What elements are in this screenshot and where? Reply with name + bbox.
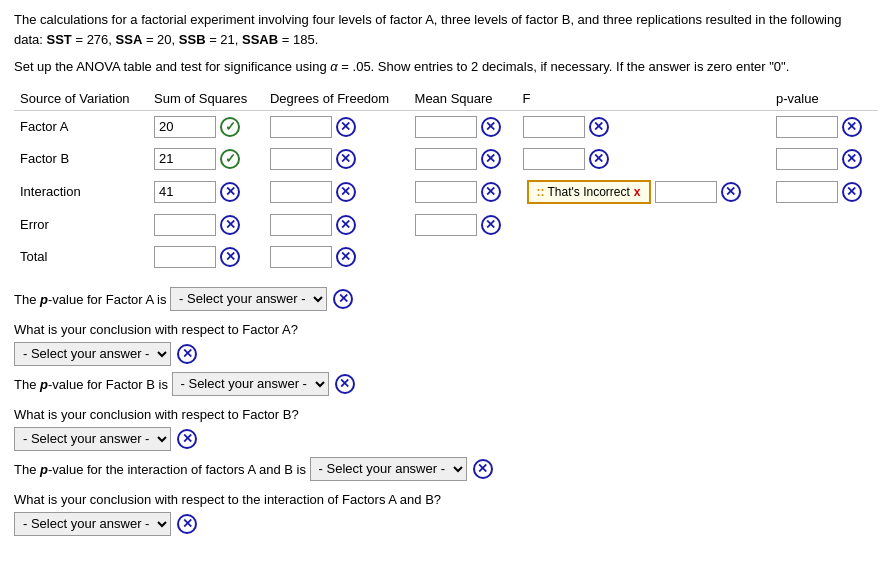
q3-section: The p-value for the interaction of facto… xyxy=(14,457,878,536)
p-0: ✕ xyxy=(770,110,878,143)
q1-select[interactable]: - Select your answer - xyxy=(170,287,327,311)
df-0: ✕ xyxy=(264,110,409,143)
ms-2: ✕ xyxy=(409,175,517,209)
instruction-text: Set up the ANOVA table and test for sign… xyxy=(14,57,878,77)
table-row: Factor B✓✕✕✕✕ xyxy=(14,143,878,175)
p-2: ✕ xyxy=(770,175,878,209)
ss-3: ✕ xyxy=(148,209,264,241)
anova-table: Source of Variation Sum of Squares Degre… xyxy=(14,87,878,273)
df-3: ✕ xyxy=(264,209,409,241)
f-4 xyxy=(517,241,770,273)
ms-1: ✕ xyxy=(409,143,517,175)
intro-math: data: SST = 276, SSA = 20, SSB = 21, SSA… xyxy=(14,32,318,47)
df-3-x-icon[interactable]: ✕ xyxy=(336,215,356,235)
f-0-x-icon[interactable]: ✕ xyxy=(589,117,609,137)
df-2-input[interactable] xyxy=(270,181,332,203)
df-1-x-icon[interactable]: ✕ xyxy=(336,149,356,169)
col-header-p: p-value xyxy=(770,87,878,111)
df-0-x-icon[interactable]: ✕ xyxy=(336,117,356,137)
p-0-input[interactable] xyxy=(776,116,838,138)
q3-clear-icon[interactable]: ✕ xyxy=(473,459,493,479)
ss-1-check-icon: ✓ xyxy=(220,149,240,169)
ms-4 xyxy=(409,241,517,273)
q1-clear-icon[interactable]: ✕ xyxy=(333,289,353,309)
q2-text: The p-value for Factor B is - Select you… xyxy=(14,372,878,402)
row-label-factora: Factor A xyxy=(14,110,148,143)
ss-4-x-icon[interactable]: ✕ xyxy=(220,247,240,267)
table-row: Total✕✕ xyxy=(14,241,878,273)
ss-2: ✕ xyxy=(148,175,264,209)
p-1-input[interactable] xyxy=(776,148,838,170)
p-0-x-icon[interactable]: ✕ xyxy=(842,117,862,137)
f-2-x-icon[interactable]: ✕ xyxy=(721,182,741,202)
row-label-total: Total xyxy=(14,241,148,273)
ms-0-input[interactable] xyxy=(415,116,477,138)
p-4 xyxy=(770,241,878,273)
table-row: Factor A✓✕✕✕✕ xyxy=(14,110,878,143)
ss-1-input[interactable] xyxy=(154,148,216,170)
df-4-x-icon[interactable]: ✕ xyxy=(336,247,356,267)
q3-followup-clear-icon[interactable]: ✕ xyxy=(177,514,197,534)
q3-text: The p-value for the interaction of facto… xyxy=(14,457,878,487)
table-row: Error✕✕✕ xyxy=(14,209,878,241)
ms-1-input[interactable] xyxy=(415,148,477,170)
ss-3-x-icon[interactable]: ✕ xyxy=(220,215,240,235)
ms-0: ✕ xyxy=(409,110,517,143)
q1-followup-select[interactable]: - Select your answer - xyxy=(14,342,171,366)
q2-followup: What is your conclusion with respect to … xyxy=(14,407,878,422)
f-1-x-icon[interactable]: ✕ xyxy=(589,149,609,169)
row-label-interaction: Interaction xyxy=(14,175,148,209)
df-3-input[interactable] xyxy=(270,214,332,236)
ms-3-x-icon[interactable]: ✕ xyxy=(481,215,501,235)
row-label-factorb: Factor B xyxy=(14,143,148,175)
ms-1-x-icon[interactable]: ✕ xyxy=(481,149,501,169)
ms-3: ✕ xyxy=(409,209,517,241)
q3-followup-select-row: - Select your answer - ✕ xyxy=(14,512,878,536)
q2-clear-icon[interactable]: ✕ xyxy=(335,374,355,394)
tooltip-box: ::That's Incorrectx xyxy=(527,180,651,204)
ss-4-input[interactable] xyxy=(154,246,216,268)
ss-2-x-icon[interactable]: ✕ xyxy=(220,182,240,202)
ss-1: ✓ xyxy=(148,143,264,175)
f-3 xyxy=(517,209,770,241)
ms-2-input[interactable] xyxy=(415,181,477,203)
f-2: ::That's Incorrectx✕ xyxy=(517,175,770,209)
df-1-input[interactable] xyxy=(270,148,332,170)
q2-section: The p-value for Factor B is - Select you… xyxy=(14,372,878,451)
col-header-df: Degrees of Freedom xyxy=(264,87,409,111)
q1-text: The p-value for Factor A is - Select you… xyxy=(14,287,878,317)
q2-followup-select[interactable]: - Select your answer - xyxy=(14,427,171,451)
q3-select[interactable]: - Select your answer - xyxy=(310,457,467,481)
df-2-x-icon[interactable]: ✕ xyxy=(336,182,356,202)
q2-select[interactable]: - Select your answer - xyxy=(172,372,329,396)
q2-followup-clear-icon[interactable]: ✕ xyxy=(177,429,197,449)
col-header-f: F xyxy=(517,87,770,111)
p-2-input[interactable] xyxy=(776,181,838,203)
q1-followup-select-row: - Select your answer - ✕ xyxy=(14,342,878,366)
f-0-input[interactable] xyxy=(523,116,585,138)
p-1-x-icon[interactable]: ✕ xyxy=(842,149,862,169)
f-2-input[interactable] xyxy=(655,181,717,203)
q1-followup: What is your conclusion with respect to … xyxy=(14,322,878,337)
intro-line1: The calculations for a factorial experim… xyxy=(14,12,841,27)
ms-3-input[interactable] xyxy=(415,214,477,236)
p-2-x-icon[interactable]: ✕ xyxy=(842,182,862,202)
df-4-input[interactable] xyxy=(270,246,332,268)
q1-followup-clear-icon[interactable]: ✕ xyxy=(177,344,197,364)
ms-2-x-icon[interactable]: ✕ xyxy=(481,182,501,202)
ss-0: ✓ xyxy=(148,110,264,143)
p-3 xyxy=(770,209,878,241)
ss-0-input[interactable] xyxy=(154,116,216,138)
ss-2-input[interactable] xyxy=(154,181,216,203)
ss-0-check-icon: ✓ xyxy=(220,117,240,137)
q3-followup-select[interactable]: - Select your answer - xyxy=(14,512,171,536)
tooltip-close[interactable]: x xyxy=(634,185,641,199)
f-0: ✕ xyxy=(517,110,770,143)
q3-followup: What is your conclusion with respect to … xyxy=(14,492,878,507)
ss-3-input[interactable] xyxy=(154,214,216,236)
intro-paragraph: The calculations for a factorial experim… xyxy=(14,10,878,49)
df-0-input[interactable] xyxy=(270,116,332,138)
f-1-input[interactable] xyxy=(523,148,585,170)
ms-0-x-icon[interactable]: ✕ xyxy=(481,117,501,137)
col-header-ms: Mean Square xyxy=(409,87,517,111)
